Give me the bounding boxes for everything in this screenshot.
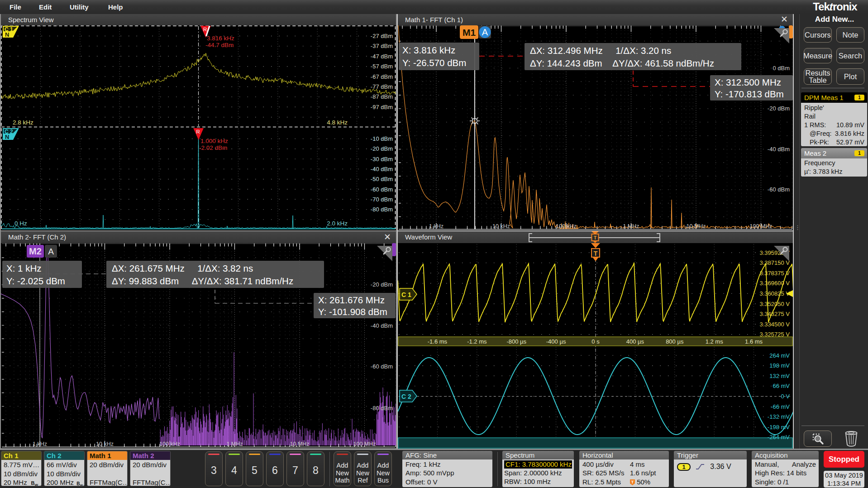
svg-text:1.6 ms: 1.6 ms: [745, 338, 763, 345]
svg-text:1 MHz: 1 MHz: [226, 441, 243, 447]
svg-text:100 kHz: 100 kHz: [556, 223, 577, 230]
svg-text:2.0 kHz: 2.0 kHz: [327, 220, 348, 227]
svg-text:-50 dBm: -50 dBm: [371, 176, 393, 182]
svg-text:-132 mV: -132 mV: [768, 413, 790, 420]
svg-text:A: A: [48, 247, 54, 256]
svg-text:0 V: 0 V: [781, 393, 790, 400]
svg-text:3.816 kHz: 3.816 kHz: [207, 35, 234, 42]
svg-text:10 MHz: 10 MHz: [290, 441, 309, 447]
svg-text:-60 dBm: -60 dBm: [371, 363, 393, 370]
svg-text:-67 dBm: -67 dBm: [371, 73, 393, 80]
svg-text:C 2: C 2: [401, 393, 411, 400]
svg-text:3.369600 V: 3.369600 V: [759, 280, 790, 287]
svg-text:-1.6 ms: -1.6 ms: [428, 338, 448, 345]
svg-text:0 s: 0 s: [591, 338, 600, 345]
svg-text:-60 dBm: -60 dBm: [371, 186, 393, 193]
svg-text:3.378375 V: 3.378375 V: [759, 270, 790, 277]
svg-text:-10 dBm: -10 dBm: [371, 135, 393, 142]
svg-text:100 MHz: 100 MHz: [749, 223, 772, 230]
svg-text:-27 dBm: -27 dBm: [371, 33, 393, 39]
svg-text:0 dBm: 0 dBm: [773, 65, 790, 72]
svg-text:-37 dBm: -37 dBm: [371, 43, 393, 49]
svg-text:66 mV: 66 mV: [773, 383, 790, 389]
svg-text:R: R: [196, 129, 200, 134]
svg-text:-44.7 dBm: -44.7 dBm: [205, 42, 234, 48]
svg-text:N: N: [5, 31, 9, 38]
svg-text:800 µs: 800 µs: [666, 338, 684, 345]
svg-text:3.360825 V: 3.360825 V: [759, 290, 790, 297]
svg-text:M1: M1: [463, 27, 476, 38]
svg-text:4.8 kHz: 4.8 kHz: [327, 119, 348, 126]
svg-text:10 MHz: 10 MHz: [686, 223, 706, 230]
svg-text:1 MHz: 1 MHz: [623, 223, 639, 230]
svg-text:1.2 ms: 1.2 ms: [706, 338, 724, 345]
svg-text:-40 dBm: -40 dBm: [371, 166, 393, 172]
svg-text:-77 dBm: -77 dBm: [371, 83, 393, 90]
svg-text:-20 dBm: -20 dBm: [371, 145, 393, 152]
svg-text:-97 dBm: -97 dBm: [371, 104, 393, 110]
svg-text:10 kHz: 10 kHz: [96, 441, 114, 447]
svg-text:0 Hz: 0 Hz: [14, 220, 27, 227]
svg-text:3.352050 V: 3.352050 V: [759, 301, 790, 307]
svg-text:1 kHz: 1 kHz: [429, 223, 444, 230]
svg-text:-30 dBm: -30 dBm: [371, 156, 393, 163]
svg-text:-47 dBm: -47 dBm: [371, 53, 393, 60]
svg-text:-66 mV: -66 mV: [771, 403, 790, 410]
svg-text:-80 dBm: -80 dBm: [371, 405, 393, 411]
svg-text:132 mV: 132 mV: [769, 373, 790, 379]
svg-text:-264 mV: -264 mV: [768, 434, 790, 440]
svg-text:-40 dBm: -40 dBm: [371, 322, 393, 329]
svg-text:T: T: [594, 235, 597, 240]
svg-text:3.387150 V: 3.387150 V: [759, 259, 790, 266]
svg-text:-87 dBm: -87 dBm: [371, 93, 393, 100]
svg-text:-198 mV: -198 mV: [768, 424, 790, 431]
svg-text:-70 dBm: -70 dBm: [371, 196, 393, 203]
svg-text:T: T: [631, 480, 634, 484]
svg-text:-2.02 dBm: -2.02 dBm: [199, 144, 227, 151]
svg-text:198 mV: 198 mV: [769, 362, 790, 369]
svg-text:3.343275 V: 3.343275 V: [759, 311, 790, 317]
svg-text:2.8 kHz: 2.8 kHz: [13, 119, 33, 126]
svg-text:-20 dBm: -20 dBm: [768, 105, 790, 112]
svg-text:-60 dBm: -60 dBm: [768, 186, 790, 193]
svg-text:-80 dBm: -80 dBm: [371, 206, 393, 213]
svg-text:C 1: C 1: [401, 291, 411, 298]
svg-text:-800 µs: -800 µs: [506, 338, 526, 345]
svg-text:-400 µs: -400 µs: [546, 338, 566, 345]
svg-text:-57 dBm: -57 dBm: [371, 63, 393, 70]
svg-text:100 MHz: 100 MHz: [353, 441, 376, 447]
svg-text:400 µs: 400 µs: [626, 338, 644, 345]
svg-text:R: R: [203, 27, 207, 32]
svg-text:-40 dBm: -40 dBm: [768, 146, 790, 153]
svg-text:-20 dBm: -20 dBm: [371, 281, 393, 288]
svg-text:264 mV: 264 mV: [769, 352, 790, 359]
svg-text:1.000 kHz: 1.000 kHz: [200, 138, 228, 144]
svg-text:3.334500 V: 3.334500 V: [759, 321, 790, 328]
svg-text:100 kHz: 100 kHz: [159, 441, 180, 447]
svg-text:1 kHz: 1 kHz: [33, 441, 47, 447]
svg-text:M2: M2: [29, 246, 42, 256]
svg-text:N: N: [5, 134, 9, 140]
svg-text:A: A: [482, 27, 488, 37]
svg-text:T: T: [594, 250, 598, 257]
svg-text:10 kHz: 10 kHz: [492, 223, 510, 230]
svg-text:-1.2 ms: -1.2 ms: [467, 338, 487, 345]
